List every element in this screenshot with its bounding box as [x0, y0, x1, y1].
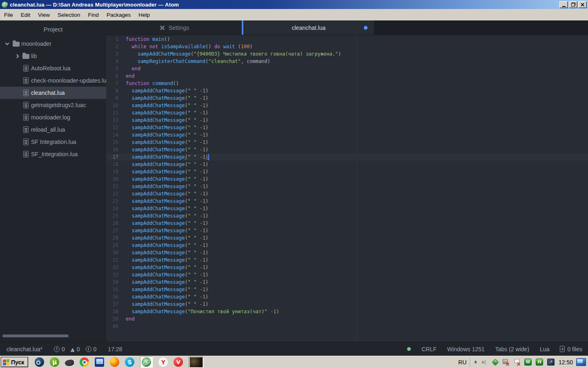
- tree-item-check-moonloader-updates-lua[interactable]: check-moonloader-updates.lua: [0, 74, 106, 87]
- language-indicator[interactable]: RU: [455, 359, 470, 366]
- atom-button[interactable]: [140, 357, 153, 368]
- close-button[interactable]: [578, 1, 587, 8]
- modified-dot-icon[interactable]: [364, 26, 368, 29]
- hide-icons-chevron[interactable]: [472, 360, 479, 364]
- folder-icon: [13, 42, 20, 47]
- code-line-28[interactable]: 28 sampAddChatMessage(" " -1): [106, 234, 588, 242]
- code-line-24[interactable]: 24 sampAddChatMessage(" " -1): [106, 205, 588, 212]
- menu-help[interactable]: Help: [135, 11, 153, 19]
- switcher-icon[interactable]: [547, 359, 555, 366]
- code-line-31[interactable]: 31 sampAddChatMessage(" " -1): [106, 256, 588, 264]
- game-window-button[interactable]: [189, 357, 204, 368]
- yandex-browser-button[interactable]: [158, 357, 168, 367]
- error-circle-group[interactable]: 0: [54, 346, 65, 352]
- code-line-10[interactable]: 10 sampAddChatMessage(" " -1): [106, 102, 588, 109]
- vivaldi-button[interactable]: [174, 357, 183, 367]
- code-line-8[interactable]: 8 sampAddChatMessage(" " -1): [106, 87, 588, 94]
- code-line-5[interactable]: 5 end: [106, 65, 588, 72]
- code-line-19[interactable]: 19 sampAddChatMessage(" " -1): [106, 168, 588, 175]
- menu-edit[interactable]: Edit: [18, 11, 33, 19]
- warning-triangle-group[interactable]: 0: [71, 346, 80, 352]
- code-line-34[interactable]: 34 sampAddChatMessage(" " -1): [106, 278, 588, 286]
- code-line-12[interactable]: 12 sampAddChatMessage(" " -1): [106, 117, 588, 124]
- code-line-37[interactable]: 37 sampAddChatMessage(" " -1): [106, 301, 588, 308]
- steam-button[interactable]: [35, 357, 44, 367]
- code-line-21[interactable]: 21 sampAddChatMessage(" " -1): [106, 183, 588, 190]
- device-error-icon[interactable]: [503, 359, 510, 366]
- tree-item-lib[interactable]: lib: [0, 50, 106, 62]
- volume-icon[interactable]: [481, 359, 488, 366]
- code-line-7[interactable]: 7function command(): [106, 80, 588, 87]
- code-line-38[interactable]: 38 sampAddChatMessage("Почистил твой уни…: [106, 308, 588, 315]
- code-line-40[interactable]: 40: [106, 323, 588, 330]
- code-line-29[interactable]: 29 sampAddChatMessage(" " -1): [106, 242, 588, 249]
- tree-item-cleanchat-lua[interactable]: cleanchat.lua: [0, 87, 106, 99]
- encoding-indicator[interactable]: Windows 1251: [447, 346, 485, 352]
- hamachi-icon[interactable]: [524, 359, 532, 366]
- tree-item-moonloader-log[interactable]: moonloader.log: [0, 111, 106, 123]
- tree-item-getmatgetdrugv2-luac[interactable]: getmatgetdrugv2.luac: [0, 99, 106, 111]
- code-line-22[interactable]: 22 sampAddChatMessage(" " -1): [106, 190, 588, 197]
- menu-packages[interactable]: Packages: [103, 11, 134, 19]
- skype-button[interactable]: [125, 357, 134, 367]
- utorrent-button[interactable]: [50, 357, 59, 367]
- start-button[interactable]: Пуск: [1, 357, 28, 367]
- dark-app-button[interactable]: [65, 358, 74, 366]
- tree-item-autoreboot-lua[interactable]: AutoReboot.lua: [0, 62, 106, 74]
- chrome-button[interactable]: [80, 357, 89, 367]
- code-line-23[interactable]: 23 sampAddChatMessage(" " -1): [106, 197, 588, 205]
- tab-cleanchat[interactable]: cleanchat.lua: [243, 20, 374, 35]
- code-line-14[interactable]: 14 sampAddChatMessage(" " -1): [106, 131, 588, 139]
- code-line-16[interactable]: 16 sampAddChatMessage(" " -1): [106, 146, 588, 153]
- code-line-11[interactable]: 11 sampAddChatMessage(" " -1): [106, 109, 588, 117]
- taskbar-clock[interactable]: 12:50: [559, 359, 573, 366]
- code-line-33[interactable]: 33 sampAddChatMessage(" " -1): [106, 271, 588, 278]
- code-line-3[interactable]: 3 sampAddChatMessage("{9400D3} Чистилка …: [106, 50, 588, 58]
- code-line-2[interactable]: 2 while not isSampAvailable() do wait (1…: [106, 43, 588, 50]
- code-line-20[interactable]: 20 sampAddChatMessage(" " -1): [106, 175, 588, 183]
- code-line-13[interactable]: 13 sampAddChatMessage(" " -1): [106, 124, 588, 131]
- code-line-39[interactable]: 39end: [106, 315, 588, 323]
- menu-find[interactable]: Find: [85, 11, 102, 19]
- code-editor[interactable]: 1function main()2 while not isSampAvaila…: [106, 35, 588, 342]
- info-circle-group[interactable]: 0: [86, 346, 97, 352]
- grammar-indicator[interactable]: Lua: [540, 346, 549, 352]
- computer-button[interactable]: [95, 357, 104, 367]
- alert-flag-icon[interactable]: [514, 359, 520, 366]
- code-line-36[interactable]: 36 sampAddChatMessage(" " -1): [106, 293, 588, 301]
- code-line-6[interactable]: 6end: [106, 72, 588, 80]
- code-line-18[interactable]: 18 sampAddChatMessage(" " -1): [106, 161, 588, 168]
- status-file-name[interactable]: cleanchat.lua*: [7, 346, 42, 352]
- code-line-4[interactable]: 4 sampRegisterChatCommand("cleanchat", c…: [106, 58, 588, 65]
- tree-item-reload-all-lua[interactable]: reload_all.lua: [0, 123, 106, 136]
- display-tray-icon[interactable]: [576, 358, 586, 366]
- minimize-button[interactable]: [559, 1, 568, 8]
- firefox-button[interactable]: [110, 357, 119, 367]
- tree-item-sf-integration-lua[interactable]: SF Integration.lua: [0, 136, 106, 148]
- hamachi-icon[interactable]: [536, 359, 543, 366]
- tree-horizontal-scrollbar[interactable]: [2, 334, 69, 337]
- code-line-15[interactable]: 15 sampAddChatMessage(" " -1): [106, 139, 588, 146]
- code-line-32[interactable]: 32 sampAddChatMessage(" " -1): [106, 264, 588, 271]
- code-line-25[interactable]: 25 sampAddChatMessage(" " -1): [106, 212, 588, 220]
- tab-type-indicator[interactable]: Tabs (2 wide): [495, 346, 529, 352]
- line-ending-indicator[interactable]: CRLF: [421, 346, 437, 352]
- code-line-1[interactable]: 1function main(): [106, 36, 588, 43]
- tree-item-sf-integration-lua[interactable]: SF_Integration.lua: [0, 148, 106, 160]
- code-line-9[interactable]: 9 sampAddChatMessage(" " -1): [106, 94, 588, 102]
- cursor-position[interactable]: 17:28: [108, 346, 122, 352]
- menu-selection[interactable]: Selection: [54, 11, 84, 19]
- green-diamond-icon[interactable]: [492, 359, 499, 366]
- code-line-35[interactable]: 35 sampAddChatMessage(" " -1): [106, 286, 588, 293]
- code-line-27[interactable]: 27 sampAddChatMessage(" " -1): [106, 227, 588, 234]
- github-status[interactable]: 0 files: [560, 346, 582, 352]
- code-line-17[interactable]: 17 sampAddChatMessage(" " -1): [106, 153, 588, 161]
- menu-file[interactable]: File: [1, 11, 16, 19]
- code-line-26[interactable]: 26 sampAddChatMessage(" " -1): [106, 220, 588, 227]
- tree-item-moonloader[interactable]: moonloader: [0, 38, 106, 50]
- tab-settings[interactable]: Settings: [106, 20, 242, 35]
- restore-button[interactable]: [569, 1, 577, 8]
- atom-logo-icon[interactable]: [2, 2, 8, 8]
- menu-view[interactable]: View: [35, 11, 53, 19]
- code-line-30[interactable]: 30 sampAddChatMessage(" " -1): [106, 249, 588, 256]
